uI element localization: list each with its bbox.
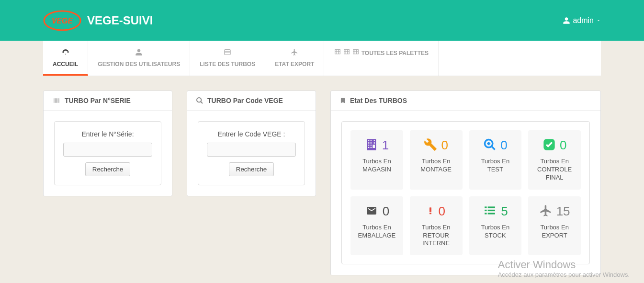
card-header: Etat Des TURBOS xyxy=(331,91,600,111)
user-icon xyxy=(98,48,180,58)
svg-rect-26 xyxy=(485,206,486,208)
brand: VEGE VEGE-SUIVI xyxy=(43,9,153,32)
card-header: TURBO Par N°SERIE xyxy=(44,91,172,111)
stat-tile[interactable]: 15Turbos En EXPORT xyxy=(528,196,581,256)
stat-label: Turbos En MONTAGE xyxy=(414,158,459,174)
serial-label: Entrer le N°Série: xyxy=(63,130,152,138)
plane-icon xyxy=(275,48,314,58)
dashboard-icon xyxy=(53,48,78,58)
main-nav: ACCUEIL GESTION DES UTILISATEURS LISTE D… xyxy=(43,41,601,76)
svg-rect-29 xyxy=(488,210,495,211)
search-form: Entrer le N°Série: Recherche xyxy=(54,121,161,185)
nav-turbos[interactable]: LISTE DES TURBOS xyxy=(190,41,265,76)
search-code-card: TURBO Par Code VEGE Entrer le Code VEGE … xyxy=(187,91,316,196)
app-header: VEGE VEGE-SUIVI admin xyxy=(0,0,644,41)
building-icon xyxy=(365,138,378,153)
stat-label: Turbos En STOCK xyxy=(473,224,518,240)
stat-value: 0 xyxy=(560,138,566,153)
dashboard-card: Etat Des TURBOS 1Turbos En MAGASIN0Turbo… xyxy=(330,91,601,275)
plane-icon xyxy=(539,204,553,219)
stat-value: 0 xyxy=(438,204,445,219)
stat-label: Turbos En EMBALLAGE xyxy=(354,224,399,240)
stat-value: 5 xyxy=(501,204,508,219)
stat-label: Turbos En TEST xyxy=(473,158,518,174)
search-serial-card: TURBO Par N°SERIE Entrer le N°Série: Rec… xyxy=(43,91,172,196)
stat-tile[interactable]: 0Turbos En EMBALLAGE xyxy=(350,196,403,256)
code-label: Entrer le Code VEGE : xyxy=(207,130,296,138)
chevron-down-icon xyxy=(596,18,601,23)
stat-label: Turbos En EXPORT xyxy=(532,224,577,240)
svg-rect-31 xyxy=(488,213,495,214)
search-icon xyxy=(196,97,203,104)
user-name: admin xyxy=(573,16,594,25)
stat-tile[interactable]: 1Turbos En MAGASIN xyxy=(350,130,403,190)
stat-value: 0 xyxy=(441,138,448,153)
svg-rect-2 xyxy=(225,50,230,55)
svg-line-18 xyxy=(201,102,203,103)
svg-rect-25 xyxy=(429,213,431,214)
nav-label: LISTE DES TURBOS xyxy=(200,61,255,68)
stat-tile[interactable]: 0Turbos En RETOUR INTERNE xyxy=(410,196,463,256)
stat-value: 0 xyxy=(500,138,507,153)
stat-label: Turbos En CONTROLE FINAL xyxy=(532,158,577,182)
nav-accueil[interactable]: ACCUEIL xyxy=(43,41,88,76)
svg-rect-24 xyxy=(429,207,431,212)
list-icon xyxy=(483,204,497,218)
code-input[interactable] xyxy=(207,143,296,157)
stat-tile[interactable]: 5Turbos En STOCK xyxy=(469,196,522,256)
wrench-icon xyxy=(424,138,437,153)
zoom-icon xyxy=(483,138,497,153)
card-header: TURBO Par Code VEGE xyxy=(187,91,316,111)
user-menu[interactable]: admin xyxy=(563,16,601,25)
search-form: Entrer le Code VEGE : Recherche xyxy=(198,121,305,185)
search-serial-button[interactable]: Recherche xyxy=(85,162,130,176)
svg-point-17 xyxy=(197,98,201,102)
stat-value: 1 xyxy=(382,138,389,153)
nav-label: TOUTES LES PALETTES xyxy=(362,50,429,57)
grid-icon xyxy=(334,48,360,55)
stat-tile[interactable]: 0Turbos En MONTAGE xyxy=(410,130,463,190)
stat-value: 15 xyxy=(556,204,570,219)
list-icon xyxy=(200,48,255,58)
search-code-button[interactable]: Recherche xyxy=(229,162,274,176)
nav-palettes[interactable]: TOUTES LES PALETTES xyxy=(324,41,439,76)
nav-label: ACCUEIL xyxy=(53,61,78,68)
svg-text:VEGE: VEGE xyxy=(52,17,74,25)
svg-rect-30 xyxy=(485,213,486,214)
nav-export[interactable]: ETAT EXPORT xyxy=(265,41,324,76)
logo-icon: VEGE xyxy=(43,9,81,32)
stat-label: Turbos En RETOUR INTERNE xyxy=(414,224,459,248)
stat-value: 0 xyxy=(383,204,389,219)
stat-label: Turbos En MAGASIN xyxy=(354,158,399,174)
svg-rect-28 xyxy=(485,210,486,211)
card-title: Etat Des TURBOS xyxy=(350,97,407,104)
user-icon xyxy=(563,17,570,24)
stat-tile[interactable]: 0Turbos En TEST xyxy=(469,130,522,190)
nav-label: ETAT EXPORT xyxy=(275,61,314,68)
svg-line-20 xyxy=(492,147,495,150)
serial-input[interactable] xyxy=(63,143,152,157)
nav-label: GESTION DES UTILISATEURS xyxy=(98,61,180,68)
nav-users[interactable]: GESTION DES UTILISATEURS xyxy=(88,41,190,76)
check-icon xyxy=(542,138,556,153)
svg-rect-27 xyxy=(488,206,495,208)
card-title: TURBO Par Code VEGE xyxy=(207,97,283,104)
main-content: TURBO Par N°SERIE Entrer le N°Série: Rec… xyxy=(0,76,644,283)
card-title: TURBO Par N°SERIE xyxy=(65,97,131,104)
bookmark-icon xyxy=(339,97,346,104)
barcode-icon xyxy=(52,97,61,104)
exclaim-icon xyxy=(427,204,434,219)
stats-grid: 1Turbos En MAGASIN0Turbos En MONTAGE0Tur… xyxy=(341,121,590,264)
envelope-icon xyxy=(364,205,379,218)
app-title: VEGE-SUIVI xyxy=(87,14,153,27)
stat-tile[interactable]: 0Turbos En CONTROLE FINAL xyxy=(528,130,581,190)
